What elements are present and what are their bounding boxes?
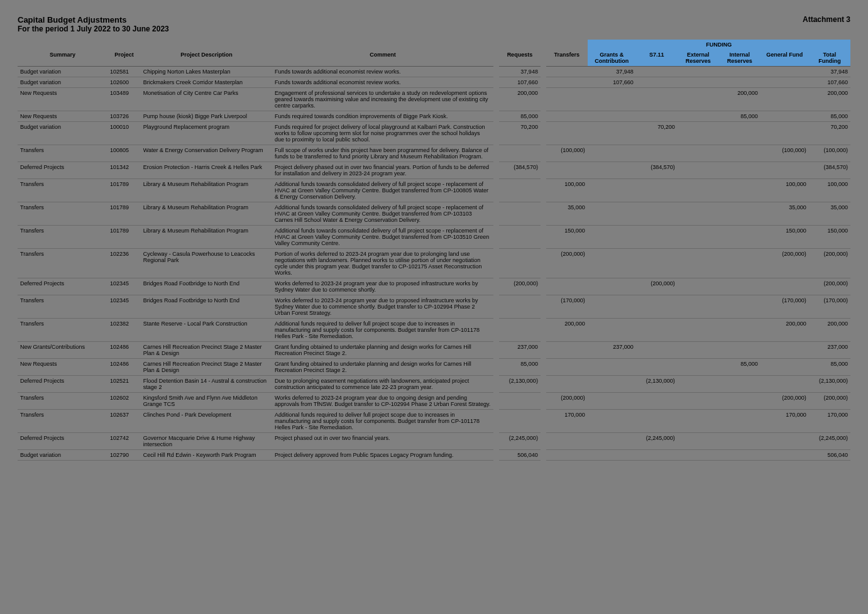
cell-s711 bbox=[636, 202, 678, 226]
cell-comment: Project delivery approved from Public Sp… bbox=[272, 450, 493, 461]
cell-total: 150,000 bbox=[809, 226, 850, 249]
cell-general: (200,000) bbox=[761, 393, 809, 410]
table-row: New Grants/Contributions102486Carnes Hil… bbox=[18, 342, 850, 359]
cell-comment: Works deferred to 2023-24 program year d… bbox=[272, 278, 493, 295]
cell-total: 70,200 bbox=[809, 122, 850, 145]
cell-project: 102345 bbox=[107, 295, 141, 319]
col-grants: Grants & Contribution bbox=[588, 50, 636, 67]
cell-comment: Engagement of professional services to u… bbox=[272, 88, 493, 111]
cell-s711: 70,200 bbox=[636, 122, 678, 145]
cell-desc: Carnes Hill Recreation Precinct Stage 2 … bbox=[141, 342, 272, 359]
cell-total: 506,040 bbox=[809, 450, 850, 461]
cell-external bbox=[678, 77, 719, 88]
cell-comment: Grant funding obtained to undertake plan… bbox=[272, 359, 493, 376]
page-title: Capital Budget Adjustments bbox=[18, 15, 169, 25]
cell-project: 101789 bbox=[107, 226, 141, 249]
cell-grants bbox=[588, 450, 636, 461]
cell-summary: Budget variation bbox=[18, 77, 107, 88]
table-row: Budget variation102600Brickmakers Creek … bbox=[18, 77, 850, 88]
cell-external bbox=[678, 67, 719, 77]
cell-internal bbox=[719, 179, 761, 202]
col-transfers: Transfers bbox=[546, 50, 588, 67]
cell-external bbox=[678, 278, 719, 295]
cell-external bbox=[678, 319, 719, 342]
cell-general bbox=[761, 376, 809, 393]
cell-total: 237,000 bbox=[809, 342, 850, 359]
cell-comment: Additional funds towards consolidated de… bbox=[272, 179, 493, 202]
table-row: Transfers101789Library & Museum Rehabili… bbox=[18, 179, 850, 202]
col-total: Total Funding bbox=[809, 50, 850, 67]
cell-external bbox=[678, 295, 719, 319]
table-row: Transfers100805Water & Energy Conservati… bbox=[18, 145, 850, 162]
cell-summary: New Requests bbox=[18, 359, 107, 376]
table-row: Deferred Projects102345Bridges Road Foot… bbox=[18, 278, 850, 295]
cell-general: (170,000) bbox=[761, 295, 809, 319]
cell-internal bbox=[719, 77, 761, 88]
cell-general: 150,000 bbox=[761, 226, 809, 249]
cell-summary: Deferred Projects bbox=[18, 278, 107, 295]
cell-desc: Water & Energy Conservation Delivery Pro… bbox=[141, 145, 272, 162]
cell-requests: 506,040 bbox=[499, 450, 541, 461]
cell-total: (200,000) bbox=[809, 278, 850, 295]
cell-internal bbox=[719, 67, 761, 77]
cell-project: 102600 bbox=[107, 77, 141, 88]
cell-s711: (384,570) bbox=[636, 162, 678, 179]
table-row: New Requests103489Monetisation of City C… bbox=[18, 88, 850, 111]
cell-desc: Pump house (kiosk) Bigge Park Liverpool bbox=[141, 111, 272, 122]
cell-project: 102637 bbox=[107, 410, 141, 433]
cell-summary: New Grants/Contributions bbox=[18, 342, 107, 359]
cell-summary: Deferred Projects bbox=[18, 376, 107, 393]
cell-total: 35,000 bbox=[809, 202, 850, 226]
cell-summary: Transfers bbox=[18, 295, 107, 319]
cell-s711 bbox=[636, 410, 678, 433]
cell-grants bbox=[588, 111, 636, 122]
cell-project: 101789 bbox=[107, 179, 141, 202]
cell-total: (2,245,000) bbox=[809, 433, 850, 450]
cell-external bbox=[678, 226, 719, 249]
cell-total: 37,948 bbox=[809, 67, 850, 77]
cell-requests bbox=[499, 179, 541, 202]
cell-transfers bbox=[546, 359, 588, 376]
cell-requests bbox=[499, 410, 541, 433]
col-s711: S7.11 bbox=[636, 50, 678, 67]
col-summary: Summary bbox=[18, 50, 107, 67]
cell-requests: 37,948 bbox=[499, 67, 541, 77]
cell-general bbox=[761, 111, 809, 122]
cell-project: 102602 bbox=[107, 393, 141, 410]
cell-desc: Library & Museum Rehabilitation Program bbox=[141, 226, 272, 249]
cell-desc: Clinches Pond - Park Development bbox=[141, 410, 272, 433]
cell-external bbox=[678, 88, 719, 111]
cell-comment: Project delivery phased out in over two … bbox=[272, 162, 493, 179]
cell-desc: Playground Replacement program bbox=[141, 122, 272, 145]
cell-desc: Library & Museum Rehabilitation Program bbox=[141, 179, 272, 202]
cell-summary: Transfers bbox=[18, 179, 107, 202]
cell-transfers bbox=[546, 376, 588, 393]
cell-grants bbox=[588, 202, 636, 226]
cell-external bbox=[678, 162, 719, 179]
cell-general: 100,000 bbox=[761, 179, 809, 202]
cell-total: (200,000) bbox=[809, 393, 850, 410]
cell-requests: 200,000 bbox=[499, 88, 541, 111]
cell-project: 103489 bbox=[107, 88, 141, 111]
cell-s711 bbox=[636, 319, 678, 342]
cell-external bbox=[678, 342, 719, 359]
cell-s711: (2,130,000) bbox=[636, 376, 678, 393]
cell-external bbox=[678, 393, 719, 410]
cell-comment: Works deferred to 2023-24 program year d… bbox=[272, 295, 493, 319]
cell-transfers: (200,000) bbox=[546, 393, 588, 410]
cell-grants bbox=[588, 249, 636, 278]
cell-summary: New Requests bbox=[18, 88, 107, 111]
table-row: Transfers102345Bridges Road Footbridge t… bbox=[18, 295, 850, 319]
cell-grants bbox=[588, 393, 636, 410]
cell-internal: 200,000 bbox=[719, 88, 761, 111]
col-requests: Requests bbox=[499, 50, 541, 67]
cell-transfers bbox=[546, 122, 588, 145]
cell-comment: Due to prolonging easement negotiations … bbox=[272, 376, 493, 393]
cell-desc: Stante Reserve - Local Park Construction bbox=[141, 319, 272, 342]
cell-total: 100,000 bbox=[809, 179, 850, 202]
cell-general: (200,000) bbox=[761, 249, 809, 278]
cell-internal bbox=[719, 278, 761, 295]
cell-total: 85,000 bbox=[809, 111, 850, 122]
cell-grants bbox=[588, 295, 636, 319]
cell-s711 bbox=[636, 88, 678, 111]
